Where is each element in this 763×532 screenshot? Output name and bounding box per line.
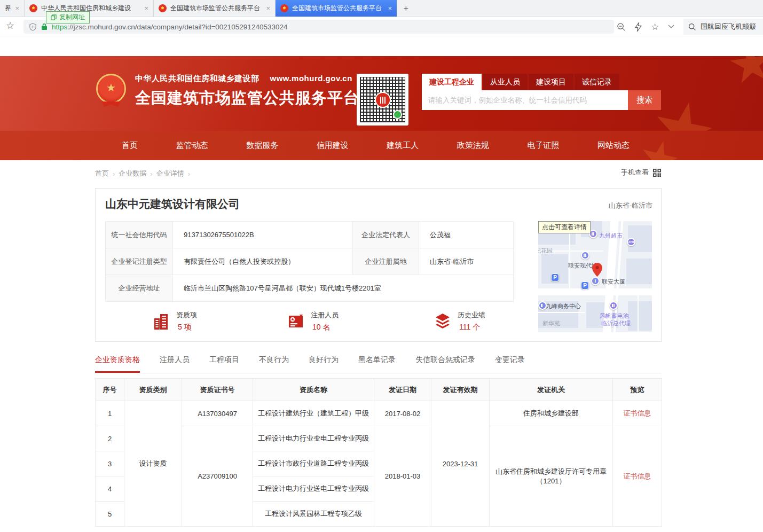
url-rest: ://jzsc.mohurd.gov.cn/data/company/detai…	[67, 23, 287, 31]
col-header: 发证日期	[374, 379, 431, 401]
tab-bad-behavior[interactable]: 不良行为	[259, 355, 289, 373]
search-tab-enterprise[interactable]: 建设工程企业	[422, 74, 482, 90]
info-label: 企业注册属地	[353, 248, 419, 275]
decor-star	[727, 56, 763, 88]
qr-code-icon	[652, 168, 662, 177]
tab-qualifications[interactable]: 企业资质资格	[95, 355, 140, 373]
copy-url-tooltip[interactable]: 复制网址	[46, 11, 90, 24]
issuer-line-2: （1201）	[491, 476, 611, 486]
tab-projects[interactable]: 工程项目	[209, 355, 239, 373]
tab-close-icon[interactable]: ×	[388, 4, 392, 12]
main-nav: 首页 监管动态 数据服务 信用建设 建筑工人 政策法规 电子证照 网站动态	[0, 131, 763, 160]
copy-url-label: 复制网址	[59, 13, 85, 22]
tower-pin-icon	[591, 277, 600, 285]
cell-issuer: 山东省住房和城乡建设厅许可专用章 （1201）	[490, 426, 613, 527]
map-label-battery-1: 风帆蓄电池	[600, 312, 629, 320]
col-header: 资质证书号	[182, 379, 253, 401]
cell-no: 1	[96, 401, 124, 426]
search-tab-personnel[interactable]: 从业人员	[483, 74, 528, 90]
parking-icon: P	[551, 273, 559, 281]
mobile-view-button[interactable]: 手机查看	[621, 168, 662, 177]
cell-no: 4	[96, 476, 124, 502]
cell-preview: 证书信息	[613, 401, 662, 426]
map-label-garden: 纪花园	[538, 247, 553, 255]
location-map[interactable]: 点击可查看详情 九州超市 纪花园 联安现代城 联安大厦 P P 九峰商务中心 风…	[538, 221, 652, 332]
search-button[interactable]: 搜索	[628, 90, 661, 110]
nav-item-e-license[interactable]: 电子证照	[527, 140, 559, 151]
bookmark-star-icon[interactable]: ☆	[6, 20, 14, 32]
table-row: 企业登记注册类型 有限责任公司（自然人投资或控股） 企业注册属地 山东省-临沂市	[106, 248, 514, 275]
search-tab-credit[interactable]: 诚信记录	[575, 74, 619, 90]
secure-lock-icon	[41, 23, 48, 30]
qr-pattern	[360, 77, 405, 122]
shield-plus-icon[interactable]	[29, 23, 37, 31]
nav-item-policy[interactable]: 政策法规	[457, 140, 489, 151]
browser-tab-jzsc-1[interactable]: 全国建筑市场监管公共服务平台 ×	[154, 0, 276, 17]
map-label-battery-2: 临沂总代理	[601, 319, 631, 327]
mobile-view-label: 手机查看	[621, 168, 649, 177]
table-row: 1 设计资质 A137030497 工程设计建筑行业（建筑工程）甲级 2017-…	[96, 401, 662, 426]
layers-icon	[434, 312, 452, 331]
nav-item-data-service[interactable]: 数据服务	[246, 140, 278, 151]
stat-label: 资质项	[176, 310, 197, 320]
cell-issue-date: 2018-01-03	[374, 426, 431, 527]
zoom-out-icon[interactable]	[617, 22, 626, 32]
info-label: 统一社会信用代码	[106, 222, 173, 248]
cell-no: 3	[96, 451, 124, 476]
tab-registered-personnel[interactable]: 注册人员	[160, 355, 190, 373]
col-header: 发证有效期	[431, 379, 490, 401]
stat-value: 5 项	[176, 323, 197, 332]
company-name: 山东中元建筑设计有限公司	[105, 197, 240, 212]
certificate-info-link[interactable]: 证书信息	[624, 409, 651, 417]
browser-tab-strip: 界 × 中华人民共和国住房和城乡建设 × 全国建筑市场监管公共服务平台 × 全国…	[0, 0, 763, 17]
stat-value: 111 个	[458, 323, 485, 332]
site-header: 中华人民共和国住房和城乡建设部www.mohurd.gov.cn 全国建筑市场监…	[0, 56, 763, 131]
info-value: 临沂市兰山区陶然路107号星河晶都（联安）现代城1号楼2201室	[173, 275, 514, 302]
brand-ministry-line: 中华人民共和国住房和城乡建设部www.mohurd.gov.cn	[135, 74, 359, 84]
nav-item-workers[interactable]: 建筑工人	[387, 140, 419, 151]
stat-history: 历史业绩111 个	[434, 310, 485, 332]
browser-tab-partial[interactable]: 界 ×	[0, 0, 25, 17]
nav-item-supervision[interactable]: 监管动态	[176, 140, 208, 151]
tab-dishonesty[interactable]: 失信联合惩戒记录	[415, 355, 475, 373]
quick-search-box[interactable]: 国航回应飞机颠簸	[683, 19, 763, 35]
battery-pin-icon	[609, 301, 618, 310]
nav-item-site-news[interactable]: 网站动态	[597, 140, 630, 151]
emblem-favicon-icon	[159, 4, 167, 12]
tab-close-icon[interactable]: ×	[266, 4, 270, 12]
url-text[interactable]: https://jzsc.mohurd.gov.cn/data/company/…	[52, 23, 287, 31]
map-tooltip: 点击可查看详情	[538, 221, 591, 233]
cell-qual-name: 工程设计电力行业送电工程专业丙级	[253, 476, 374, 502]
company-card: 山东中元建筑设计有限公司 山东省-临沂市 统一社会信用代码 9137130267…	[95, 188, 662, 342]
search-tab-project[interactable]: 建设项目	[529, 74, 573, 90]
certificate-info-link[interactable]: 证书信息	[624, 472, 651, 480]
tab-good-behavior[interactable]: 良好行为	[309, 355, 339, 373]
breadcrumb-company-detail[interactable]: 企业详情	[156, 169, 184, 178]
col-header: 资质类别	[124, 379, 182, 401]
parking-icon: P	[581, 281, 589, 290]
new-tab-button[interactable]: ＋	[397, 0, 415, 17]
address-bar[interactable]: https://jzsc.mohurd.gov.cn/data/company/…	[23, 20, 614, 34]
tab-close-icon[interactable]: ×	[15, 4, 19, 12]
site-title: 全国建筑市场监管公共服务平台	[135, 88, 359, 109]
cell-cert-no: A237009100	[182, 426, 253, 527]
cell-no: 2	[96, 426, 124, 451]
modern-city-pin-icon	[581, 251, 589, 260]
breadcrumb-company-data[interactable]: 企业数据	[119, 169, 146, 178]
tab-change-records[interactable]: 变更记录	[495, 355, 525, 373]
browser-tab-jzsc-active[interactable]: 全国建筑市场监管公共服务平台 ×	[276, 0, 397, 17]
tab-blacklist[interactable]: 黑名单记录	[358, 355, 396, 373]
browser-toolbar: ☆ https://jzsc.mohurd.gov.cn/data/compan…	[0, 17, 763, 36]
breadcrumb-home[interactable]: 首页	[95, 169, 109, 178]
tab-close-icon[interactable]: ×	[144, 4, 148, 12]
chevron-down-icon[interactable]	[668, 25, 674, 29]
info-label: 企业法定代表人	[353, 222, 419, 248]
search-icon	[688, 23, 696, 31]
emblem-favicon-icon	[280, 4, 288, 12]
nav-item-credit[interactable]: 信用建设	[317, 140, 349, 151]
table-row: 统一社会信用代码 91371302675501022B 企业法定代表人 公茂福	[106, 222, 514, 248]
lightning-icon[interactable]	[635, 22, 642, 32]
nav-item-home[interactable]: 首页	[122, 140, 138, 151]
favorite-star-icon[interactable]: ☆	[651, 21, 659, 33]
keyword-search-input[interactable]	[422, 90, 628, 110]
